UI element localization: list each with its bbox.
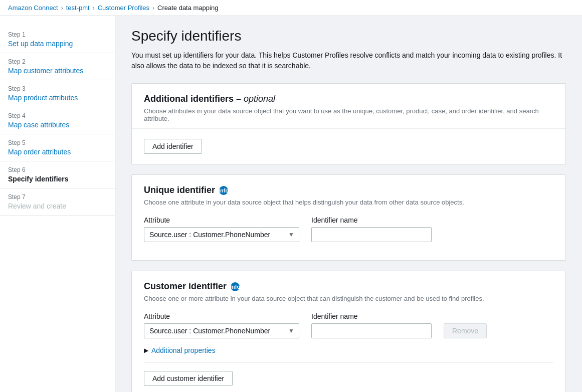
customer-identifier-select-wrapper: Source.user : Customer.PhoneNumber ▼ (144, 323, 299, 338)
sidebar: Step 1 Set up data mapping Step 2 Map cu… (0, 16, 115, 392)
customer-identifier-desc: Choose one or more attribute in your dat… (144, 295, 553, 302)
unique-identifier-card: Unique identifier Info Choose one attrib… (131, 174, 566, 261)
sidebar-step-3-title[interactable]: Map product attributes (8, 94, 107, 102)
add-identifier-button[interactable]: Add identifier (144, 139, 202, 154)
sidebar-step-5: Step 5 Map order attributes (0, 134, 115, 161)
customer-identifier-card: Customer identifier Info Choose one or m… (131, 271, 566, 392)
unique-identifier-attribute-label: Attribute (144, 216, 299, 224)
sidebar-step-3: Step 3 Map product attributes (0, 80, 115, 107)
unique-identifier-name-input[interactable] (311, 227, 432, 242)
customer-identifier-attribute-select[interactable]: Source.user : Customer.PhoneNumber (144, 323, 299, 338)
customer-identifier-remove-group: Remove (444, 312, 487, 338)
unique-identifier-title-row: Unique identifier Info (144, 185, 553, 195)
unique-identifier-form-row: Attribute Source.user : Customer.PhoneNu… (144, 216, 553, 242)
sidebar-step-5-label: Step 5 (8, 139, 107, 146)
additional-identifiers-header: Additional identifiers – optional Choose… (132, 84, 565, 129)
breadcrumb-sep-3: › (152, 5, 154, 12)
customer-identifier-attribute-group: Attribute Source.user : Customer.PhoneNu… (144, 312, 299, 338)
sidebar-step-7: Step 7 Review and create (0, 188, 115, 216)
sidebar-step-2-title[interactable]: Map customer attributes (8, 67, 107, 75)
sidebar-step-3-label: Step 3 (8, 85, 107, 92)
additional-identifiers-body: Add identifier (132, 129, 565, 164)
customer-identifier-info[interactable]: Info (231, 282, 240, 291)
sidebar-step-2-label: Step 2 (8, 58, 107, 65)
page-title: Specify identifiers (131, 28, 566, 44)
customer-identifier-attribute-label: Attribute (144, 312, 299, 320)
sidebar-step-1: Step 1 Set up data mapping (0, 26, 115, 53)
unique-identifier-name-group: Identifier name (311, 216, 432, 242)
customer-identifier-title-row: Customer identifier Info (144, 281, 553, 292)
customer-identifier-name-group: Identifier name (311, 312, 432, 338)
customer-identifier-form-row: Attribute Source.user : Customer.PhoneNu… (144, 312, 553, 338)
breadcrumb-sep-1: › (61, 5, 63, 12)
breadcrumb-amazon-connect[interactable]: Amazon Connect (8, 4, 58, 12)
additional-identifiers-subtitle: Choose attributes in your data source ob… (144, 107, 553, 122)
additional-properties-label: Additional properties (151, 346, 216, 354)
unique-identifier-info[interactable]: Info (219, 186, 228, 195)
unique-identifier-select-wrapper: Source.user : Customer.PhoneNumber ▼ (144, 227, 299, 242)
breadcrumb-sep-2: › (93, 5, 95, 12)
additional-identifiers-title: Additional identifiers – optional (144, 94, 553, 104)
unique-identifier-body: Unique identifier Info Choose one attrib… (132, 175, 565, 260)
sidebar-step-4: Step 4 Map case attributes (0, 107, 115, 134)
main-content: Specify identifiers You must set up iden… (115, 16, 582, 392)
expand-icon: ▶ (144, 347, 148, 354)
sidebar-step-4-label: Step 4 (8, 112, 107, 119)
customer-identifier-body: Customer identifier Info Choose one or m… (132, 271, 565, 392)
customer-identifier-name-input[interactable] (311, 323, 432, 338)
sidebar-step-6: Step 6 Specify identifiers (0, 161, 115, 188)
divider (144, 362, 553, 363)
unique-identifier-attribute-select[interactable]: Source.user : Customer.PhoneNumber (144, 227, 299, 242)
breadcrumb-current: Create data mapping (157, 4, 218, 12)
remove-customer-identifier-button[interactable]: Remove (444, 323, 487, 338)
breadcrumb: Amazon Connect › test-pmt › Customer Pro… (0, 0, 582, 16)
sidebar-step-6-label: Step 6 (8, 166, 107, 173)
sidebar-step-4-title[interactable]: Map case attributes (8, 121, 107, 129)
unique-identifier-title: Unique identifier (144, 185, 215, 195)
sidebar-step-1-title[interactable]: Set up data mapping (8, 40, 107, 48)
additional-identifiers-card: Additional identifiers – optional Choose… (131, 83, 566, 164)
sidebar-step-5-title[interactable]: Map order attributes (8, 148, 107, 156)
page-description: You must set up identifiers for your dat… (131, 50, 562, 71)
sidebar-step-6-title[interactable]: Specify identifiers (8, 175, 107, 183)
sidebar-step-2: Step 2 Map customer attributes (0, 53, 115, 80)
breadcrumb-test-pmt[interactable]: test-pmt (66, 4, 90, 12)
breadcrumb-customer-profiles[interactable]: Customer Profiles (98, 4, 149, 12)
sidebar-step-7-title: Review and create (8, 202, 107, 210)
unique-identifier-attribute-group: Attribute Source.user : Customer.PhoneNu… (144, 216, 299, 242)
sidebar-step-1-label: Step 1 (8, 31, 107, 38)
unique-identifier-name-label: Identifier name (311, 216, 432, 224)
customer-identifier-title: Customer identifier (144, 281, 227, 292)
additional-properties-toggle[interactable]: ▶ Additional properties (144, 346, 553, 354)
sidebar-step-7-label: Step 7 (8, 193, 107, 201)
unique-identifier-desc: Choose one attribute in your data source… (144, 199, 553, 206)
customer-identifier-name-label: Identifier name (311, 312, 432, 320)
add-customer-identifier-button[interactable]: Add customer identifier (144, 371, 233, 386)
